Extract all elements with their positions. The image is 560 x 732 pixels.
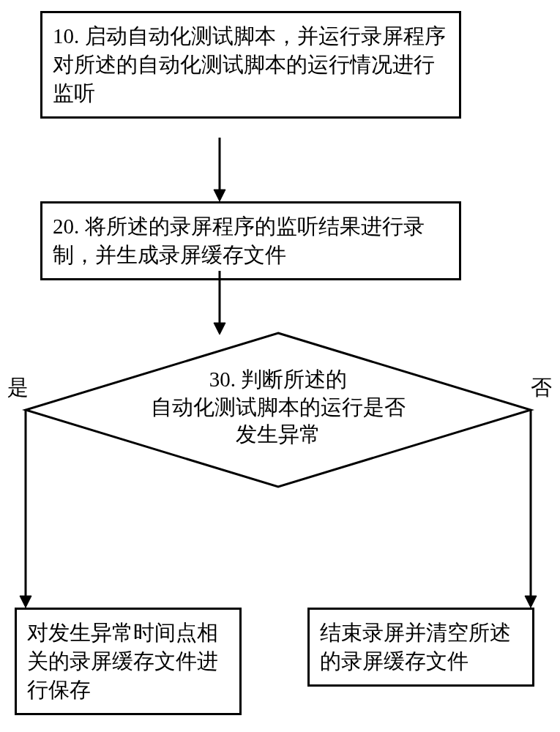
step-20-text: 20. 将所述的录屏程序的监听结果进行录制，并生成录屏缓存文件 (53, 214, 425, 266)
arrow-no-head (525, 596, 537, 608)
yes-outcome-text: 对发生异常时间点相关的录屏缓存文件进行保存 (27, 621, 218, 701)
no-outcome-text: 结束录屏并清空所述的录屏缓存文件 (320, 621, 511, 673)
yes-outcome-box: 对发生异常时间点相关的录屏缓存文件进行保存 (15, 608, 242, 715)
arrow-yes-head (20, 596, 31, 608)
step-10-text: 10. 启动自动化测试脚本，并运行录屏程序对所述的自动化测试脚本的运行情况进行监… (53, 24, 446, 105)
step-30-text-line2: 自动化测试脚本的运行是否 (22, 394, 534, 422)
arrow-10-20-head (214, 190, 225, 201)
step-10-box: 10. 启动自动化测试脚本，并运行录屏程序对所述的自动化测试脚本的运行情况进行监… (40, 11, 461, 119)
step-30-text-line1: 30. 判断所述的 (22, 366, 534, 394)
step-30-decision: 30. 判断所述的 自动化测试脚本的运行是否 发生异常 (22, 329, 534, 490)
label-no: 否 (531, 373, 552, 403)
label-yes: 是 (7, 373, 29, 403)
step-30-text-line3: 发生异常 (22, 421, 534, 449)
no-outcome-box: 结束录屏并清空所述的录屏缓存文件 (307, 608, 534, 687)
step-20-box: 20. 将所述的录屏程序的监听结果进行录制，并生成录屏缓存文件 (40, 201, 461, 280)
